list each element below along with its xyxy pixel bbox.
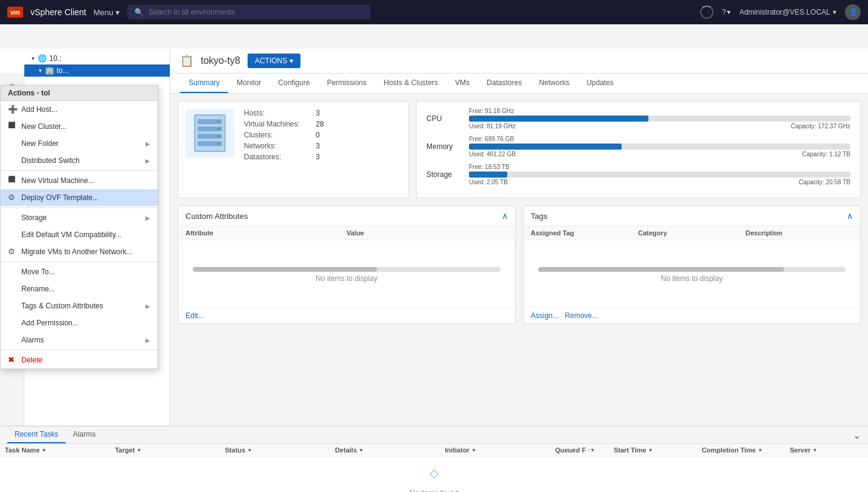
menu-item-new-folder[interactable]: New Folder ▶ bbox=[1, 135, 158, 152]
storage-bar-fill bbox=[469, 172, 507, 178]
cpu-stats: Used: 81.19 GHz Capacity: 172.37 GHz bbox=[469, 123, 850, 130]
menu-item-tags[interactable]: Tags & Custom Attributes ▶ bbox=[1, 297, 158, 314]
storage-stats: Used: 2.05 TB Capacity: 20.58 TB bbox=[469, 179, 850, 185]
storage-used: Used: 2.05 TB bbox=[469, 179, 508, 185]
datacenter-icon bbox=[186, 109, 234, 158]
tab-permissions[interactable]: Permissions bbox=[318, 74, 375, 93]
storage-arrow: ▶ bbox=[145, 215, 150, 221]
app-title: vSphere Client bbox=[30, 7, 86, 17]
networks-label: Networks: bbox=[244, 142, 311, 150]
custom-attributes-table-header: Attribute Value bbox=[178, 226, 515, 240]
nav-right: ? ▾ Administrator@VES.LOCAL ▾ 👤 bbox=[700, 4, 861, 20]
custom-attributes-edit-link[interactable]: Edit... bbox=[186, 311, 204, 320]
col-status[interactable]: Status ▼ bbox=[225, 446, 335, 454]
filter-icon: ⬦ bbox=[428, 459, 441, 484]
user-menu[interactable]: Administrator@VES.LOCAL ▾ bbox=[739, 8, 836, 16]
col-target[interactable]: Target ▼ bbox=[115, 446, 225, 454]
svg-point-7 bbox=[217, 135, 220, 137]
tab-monitor[interactable]: Monitor bbox=[228, 74, 269, 93]
memory-capacity: Capacity: 1.12 TB bbox=[802, 151, 850, 158]
actions-button[interactable]: ACTIONS ▾ bbox=[248, 54, 300, 68]
tab-networks[interactable]: Networks bbox=[530, 74, 578, 93]
menu-item-new-vm[interactable]: ⬛ New Virtual Machine... bbox=[1, 172, 158, 189]
custom-attributes-empty: No items to display bbox=[178, 240, 515, 307]
datacenter-svg bbox=[192, 112, 228, 154]
datacenter-info-card: Hosts: 3 Virtual Machines: 28 Clusters: … bbox=[178, 101, 409, 198]
menu-item-add-host[interactable]: ➕ Add Host... bbox=[1, 101, 158, 118]
top-navigation: vm vSphere Client Menu ▾ 🔍 ? ▾ Administr… bbox=[0, 0, 868, 24]
menu-item-edit-compat[interactable]: Edit Default VM Compatibility... bbox=[1, 226, 158, 243]
alarms-icon bbox=[8, 335, 18, 345]
bottom-panel: Recent Tasks Alarms ⌄ Task Name ▼ Target… bbox=[0, 426, 868, 492]
menu-item-alarms[interactable]: Alarms ▶ bbox=[1, 331, 158, 348]
menu-item-migrate-vms-label: Migrate VMs to Another Network... bbox=[21, 248, 150, 256]
separator-3 bbox=[1, 262, 158, 262]
datastores-value: 3 bbox=[316, 153, 320, 161]
menu-item-delete-label: Delete bbox=[21, 356, 150, 364]
tab-hosts-clusters[interactable]: Hosts & Clusters bbox=[375, 74, 446, 93]
new-vm-icon: ⬛ bbox=[8, 176, 18, 185]
tags-collapse-btn[interactable]: ∧ bbox=[847, 211, 853, 221]
server-sort-icon: ▼ bbox=[813, 448, 818, 453]
user-avatar[interactable]: 👤 bbox=[845, 4, 861, 20]
tab-configure[interactable]: Configure bbox=[269, 74, 318, 93]
tab-datastores[interactable]: Datastores bbox=[478, 74, 530, 93]
menu-item-new-cluster[interactable]: ⬛ New Cluster... bbox=[1, 118, 158, 135]
menu-item-edit-compat-label: Edit Default VM Compatibility... bbox=[21, 230, 150, 239]
menu-button[interactable]: Menu ▾ bbox=[94, 8, 120, 17]
menu-item-migrate-vms[interactable]: ⚙ Migrate VMs to Another Network... bbox=[1, 243, 158, 260]
custom-attributes-collapse-btn[interactable]: ∧ bbox=[502, 211, 508, 221]
bottom-tab-recent-tasks[interactable]: Recent Tasks bbox=[7, 426, 66, 443]
alarms-arrow: ▶ bbox=[145, 337, 150, 344]
help-button[interactable]: ? ▾ bbox=[722, 8, 731, 16]
no-items-label: No items found bbox=[409, 489, 459, 493]
start-sort-icon: ▼ bbox=[648, 448, 653, 453]
memory-row: Memory Free: 689.76 GB Used: 461.22 GB C… bbox=[426, 136, 850, 158]
tags-assign-link[interactable]: Assign... bbox=[531, 311, 559, 320]
col-task-name[interactable]: Task Name ▼ bbox=[5, 446, 115, 454]
details-sort-icon: ▼ bbox=[359, 448, 364, 453]
tree-root-chevron: ▾ bbox=[29, 55, 36, 62]
tags-remove-link[interactable]: Remove... bbox=[565, 311, 599, 320]
info-table: Hosts: 3 Virtual Machines: 28 Clusters: … bbox=[244, 109, 324, 164]
tags-no-items: No items to display bbox=[661, 274, 723, 283]
col-queued[interactable]: Queued F ↑▼ bbox=[555, 446, 613, 454]
new-folder-icon bbox=[8, 139, 18, 148]
add-permission-icon bbox=[8, 318, 18, 328]
search-input[interactable] bbox=[148, 8, 363, 16]
tab-vms[interactable]: VMs bbox=[446, 74, 478, 93]
search-bar[interactable]: 🔍 bbox=[127, 5, 370, 19]
page-header: 📋 tokyo-ty8 ACTIONS ▾ bbox=[170, 49, 868, 74]
tree-root[interactable]: ▾ 🌐 10.: bbox=[24, 52, 170, 64]
menu-item-storage[interactable]: Storage ▶ bbox=[1, 209, 158, 226]
col-completion[interactable]: Completion Time ▼ bbox=[702, 446, 790, 454]
bottom-collapse-btn[interactable]: ⌄ bbox=[853, 429, 861, 441]
menu-item-add-permission[interactable]: Add Permission... bbox=[1, 314, 158, 331]
menu-item-new-vm-label: New Virtual Machine... bbox=[21, 176, 150, 185]
menu-item-rename-label: Rename... bbox=[21, 285, 150, 293]
memory-bar-wrap: Free: 689.76 GB Used: 461.22 GB Capacity… bbox=[469, 136, 850, 158]
hosts-label: Hosts: bbox=[244, 109, 311, 117]
menu-item-move-to[interactable]: Move To... bbox=[1, 263, 158, 280]
col-start[interactable]: Start Time ▼ bbox=[614, 446, 702, 454]
vms-value: 28 bbox=[316, 120, 324, 128]
col-initiator[interactable]: Initiator ▼ bbox=[445, 446, 555, 454]
tree-dc-icon: 🏢 bbox=[45, 66, 54, 75]
tree-datacenter[interactable]: ▾ 🏢 to... bbox=[24, 64, 170, 77]
menu-item-deploy-ovf[interactable]: ⚙ Deploy OVF Template... bbox=[1, 189, 158, 206]
tab-updates[interactable]: Updates bbox=[578, 74, 622, 93]
content-body: Hosts: 3 Virtual Machines: 28 Clusters: … bbox=[170, 94, 868, 426]
queued-sort-icon: ↑▼ bbox=[588, 448, 595, 453]
edit-compat-icon bbox=[8, 230, 18, 240]
menu-item-distributed-switch[interactable]: Distributed Switch ▶ bbox=[1, 152, 158, 169]
page-datacenter-icon: 📋 bbox=[180, 54, 193, 68]
loading-indicator bbox=[700, 5, 713, 19]
col-server[interactable]: Server ▼ bbox=[790, 446, 863, 454]
custom-attributes-header: Custom Attributes ∧ bbox=[178, 206, 515, 226]
tab-summary[interactable]: Summary bbox=[180, 74, 228, 93]
menu-item-delete[interactable]: ✖ Delete bbox=[1, 352, 158, 369]
separator-4 bbox=[1, 350, 158, 350]
bottom-tab-alarms[interactable]: Alarms bbox=[66, 426, 103, 443]
menu-item-rename[interactable]: Rename... bbox=[1, 280, 158, 297]
col-details[interactable]: Details ▼ bbox=[335, 446, 445, 454]
